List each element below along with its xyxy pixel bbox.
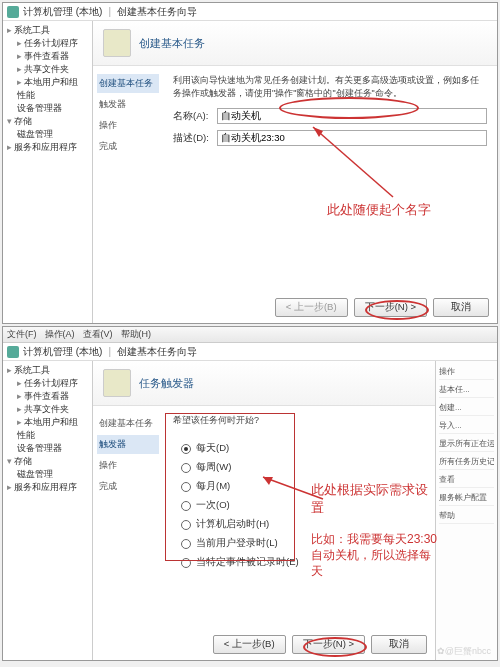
opt-logon[interactable]: 当前用户登录时(L) bbox=[181, 534, 425, 553]
cancel-button[interactable]: 取消 bbox=[433, 298, 489, 317]
wizard-icon bbox=[103, 29, 131, 57]
step-create: 创建基本任务 bbox=[97, 414, 159, 433]
trigger-options: 每天(D) 每周(W) 每月(M) 一次(O) 计算机启动时(H) 当前用户登录… bbox=[173, 435, 425, 576]
opt-weekly[interactable]: 每周(W) bbox=[181, 458, 425, 477]
wizard-steps: 创建基本任务 触发器 操作 完成 bbox=[93, 406, 163, 660]
watermark: ✿@巨蟹nbcc bbox=[437, 645, 491, 658]
menu-bar[interactable]: 文件(F) 操作(A) 查看(V) 帮助(H) bbox=[3, 327, 497, 343]
back-button[interactable]: < 上一步(B) bbox=[213, 635, 286, 654]
wizard-tab-label: 创建基本任务向导 bbox=[117, 345, 197, 359]
app-title: 计算机管理 (本地) bbox=[23, 345, 102, 359]
opt-monthly[interactable]: 每月(M) bbox=[181, 477, 425, 496]
back-button: < 上一步(B) bbox=[275, 298, 348, 317]
menu-help[interactable]: 帮助(H) bbox=[121, 328, 152, 341]
next-button[interactable]: 下一步(N) > bbox=[292, 635, 365, 654]
desc-input[interactable] bbox=[217, 130, 487, 146]
wizard-description: 利用该向导快速地为常见任务创建计划。有关更多高级选项或设置，例如多任务操作或触发… bbox=[173, 74, 487, 100]
opt-event[interactable]: 当特定事件被记录时(E) bbox=[181, 553, 425, 572]
wizard-title: 创建基本任务 bbox=[139, 36, 205, 51]
menu-action[interactable]: 操作(A) bbox=[45, 328, 75, 341]
trigger-prompt: 希望该任务何时开始? bbox=[173, 414, 425, 427]
app-title: 计算机管理 (本地) bbox=[23, 5, 102, 19]
wizard-steps: 创建基本任务 触发器 操作 完成 bbox=[93, 66, 163, 323]
step-create: 创建基本任务 bbox=[97, 74, 159, 93]
opt-once[interactable]: 一次(O) bbox=[181, 496, 425, 515]
nav-tree[interactable]: ▸系统工具 ▸任务计划程序 ▸事件查看器 ▸共享文件夹 ▸本地用户和组 性能 设… bbox=[3, 361, 93, 660]
desc-label: 描述(D): bbox=[173, 132, 217, 145]
name-input[interactable] bbox=[217, 108, 487, 124]
wizard-tab-label: 创建基本任务向导 bbox=[117, 5, 197, 19]
name-label: 名称(A): bbox=[173, 110, 217, 123]
step-trigger: 触发器 bbox=[97, 95, 159, 114]
step-action: 操作 bbox=[97, 456, 159, 475]
opt-daily[interactable]: 每天(D) bbox=[181, 439, 425, 458]
app-icon bbox=[7, 6, 19, 18]
wizard-icon bbox=[103, 369, 131, 397]
step-finish: 完成 bbox=[97, 137, 159, 156]
step-trigger: 触发器 bbox=[97, 435, 159, 454]
menu-file[interactable]: 文件(F) bbox=[7, 328, 37, 341]
step-finish: 完成 bbox=[97, 477, 159, 496]
nav-tree[interactable]: ▸系统工具 ▸任务计划程序 ▸事件查看器 ▸共享文件夹 ▸本地用户和组 性能 设… bbox=[3, 21, 93, 323]
next-button[interactable]: 下一步(N) > bbox=[354, 298, 427, 317]
wizard-title: 任务触发器 bbox=[139, 376, 194, 391]
menu-view[interactable]: 查看(V) bbox=[83, 328, 113, 341]
step-action: 操作 bbox=[97, 116, 159, 135]
opt-startup[interactable]: 计算机启动时(H) bbox=[181, 515, 425, 534]
actions-pane: 操作 基本任... 创建... 导入... 显示所有正在运行... 所有任务历史… bbox=[435, 361, 497, 660]
cancel-button[interactable]: 取消 bbox=[371, 635, 427, 654]
app-icon bbox=[7, 346, 19, 358]
